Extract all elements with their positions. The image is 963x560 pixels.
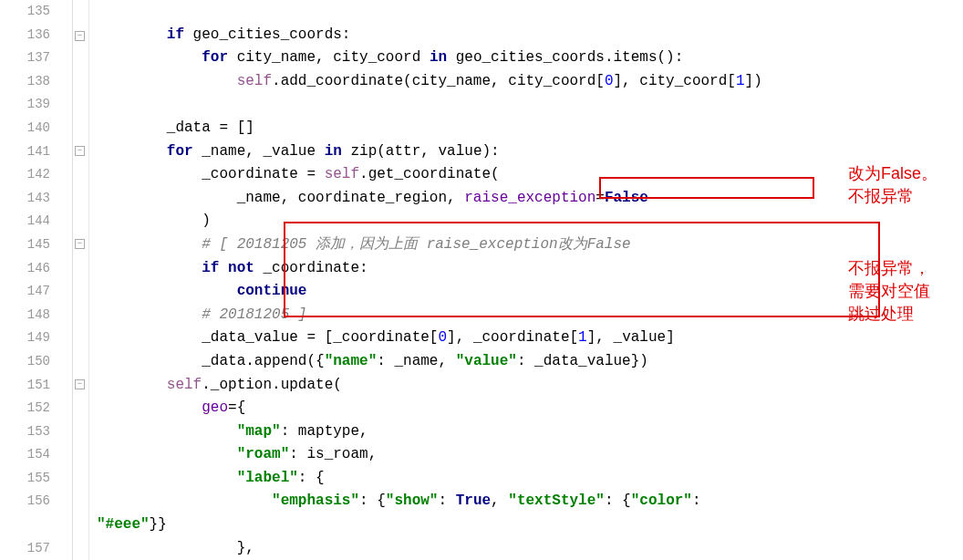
line-number: 146 xyxy=(0,257,50,281)
code-line[interactable]: self._option.update( xyxy=(97,374,963,398)
code-line[interactable]: "#eee"}} xyxy=(97,513,963,537)
code-line[interactable]: ) xyxy=(97,210,963,233)
code-line[interactable] xyxy=(97,93,963,117)
code-line[interactable]: # [ 20181205 添加，因为上面 raise_exception改为Fa… xyxy=(97,233,963,257)
code-line[interactable]: "roam": is_roam, xyxy=(97,443,963,467)
code-line[interactable]: for _name, _value in zip(attr, value): xyxy=(97,140,963,164)
code-line[interactable]: _data.append({"name": _name, "value": _d… xyxy=(97,350,963,374)
fold-toggle-icon[interactable]: − xyxy=(75,31,85,41)
annotation-text-2: 不报异常， 需要对空值 跳过处理 xyxy=(848,257,930,327)
line-number: 140 xyxy=(0,117,50,140)
line-number: 154 xyxy=(0,443,50,467)
code-line[interactable]: _coordinate = self.get_coordinate( xyxy=(97,163,963,187)
line-number xyxy=(0,513,50,537)
line-number: 156 xyxy=(0,490,50,513)
code-line[interactable]: _data = [] xyxy=(97,117,963,140)
line-number-gutter[interactable]: 1351361371381391401411421431441451461471… xyxy=(0,0,73,560)
code-line[interactable]: if geo_cities_coords: xyxy=(97,24,963,47)
code-line[interactable]: if not _coordinate: xyxy=(97,257,963,281)
line-number: 141 xyxy=(0,140,50,164)
annotation-text-1: 改为False。 不报异常 xyxy=(848,162,937,208)
line-number: 137 xyxy=(0,47,50,70)
line-number: 149 xyxy=(0,327,50,350)
line-number: 153 xyxy=(0,420,50,444)
line-number: 148 xyxy=(0,304,50,327)
line-number: 136 xyxy=(0,24,50,47)
fold-toggle-icon[interactable]: − xyxy=(75,379,85,389)
code-line[interactable]: _name, coordinate_region, raise_exceptio… xyxy=(97,187,963,211)
line-number: 145 xyxy=(0,233,50,257)
code-line[interactable] xyxy=(97,0,963,24)
line-number: 143 xyxy=(0,187,50,211)
code-line[interactable]: _data_value = [_coordinate[0], _coordina… xyxy=(97,327,963,350)
fold-column[interactable]: −−−− xyxy=(73,0,89,560)
fold-toggle-icon[interactable]: − xyxy=(75,239,85,249)
line-number: 142 xyxy=(0,163,50,187)
code-line[interactable]: "label": { xyxy=(97,467,963,491)
code-line[interactable]: for city_name, city_coord in geo_cities_… xyxy=(97,47,963,70)
line-number: 147 xyxy=(0,280,50,304)
code-line[interactable]: geo={ xyxy=(97,397,963,420)
code-line[interactable]: "map": maptype, xyxy=(97,420,963,444)
line-number: 144 xyxy=(0,210,50,233)
line-number: 150 xyxy=(0,350,50,374)
line-number: 157 xyxy=(0,537,50,560)
line-number: 152 xyxy=(0,397,50,420)
line-number: 139 xyxy=(0,93,50,117)
code-line[interactable]: self.add_coordinate(city_name, city_coor… xyxy=(97,70,963,94)
line-number: 135 xyxy=(0,0,50,24)
code-line[interactable]: "emphasis": {"show": True, "textStyle": … xyxy=(97,490,963,513)
line-number: 138 xyxy=(0,70,50,94)
code-line[interactable]: # 20181205 ] xyxy=(97,304,963,327)
code-area[interactable]: if geo_cities_coords: for city_name, cit… xyxy=(89,0,963,560)
line-number: 151 xyxy=(0,374,50,398)
editor-root: 1351361371381391401411421431441451461471… xyxy=(0,0,963,560)
code-line[interactable]: continue xyxy=(97,280,963,304)
code-line[interactable]: }, xyxy=(97,537,963,560)
line-number: 155 xyxy=(0,467,50,491)
fold-toggle-icon[interactable]: − xyxy=(75,146,85,156)
